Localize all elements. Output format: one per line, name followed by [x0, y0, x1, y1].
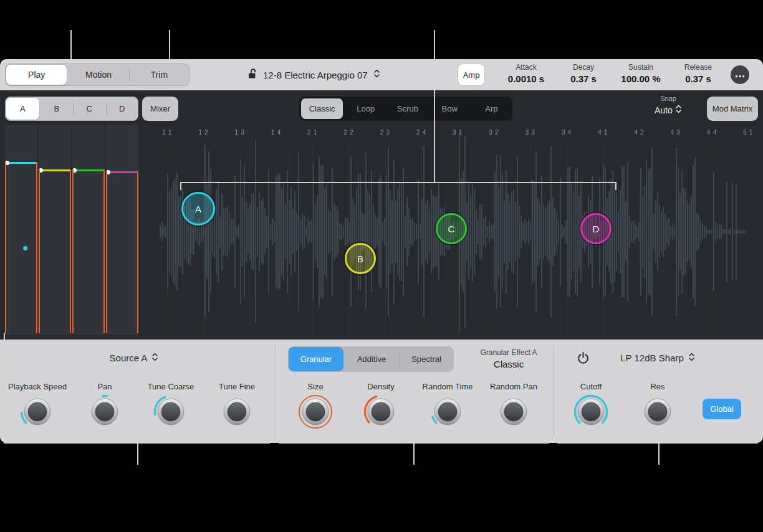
tab-additive[interactable]: Additive	[344, 346, 399, 372]
envelope-value: 100.00 %	[612, 74, 669, 84]
tab-source-c[interactable]: C	[73, 97, 106, 121]
filter-power-button[interactable]	[577, 351, 590, 365]
mixer-channel-b[interactable]	[39, 125, 71, 335]
tab-granular[interactable]: Granular	[289, 347, 343, 371]
mixer-channel-c[interactable]	[72, 125, 105, 335]
ruler-label: 1 2	[198, 128, 208, 136]
callout-bracket-tick	[413, 442, 415, 465]
view-mode-tabs: Play Motion Trim	[5, 64, 190, 86]
tab-play[interactable]: Play	[6, 65, 67, 85]
envelope-field-sustain[interactable]: Sustain 100.00 %	[612, 63, 669, 84]
more-button[interactable]	[731, 65, 749, 84]
mode-tab-loop[interactable]: Loop	[345, 97, 386, 121]
knob-label: Random Time	[414, 382, 481, 392]
knob-playback-speed[interactable]: Playback Speed	[4, 382, 71, 432]
global-button[interactable]: Global	[703, 399, 741, 419]
envelope-value: 0.0010 s	[497, 74, 555, 84]
mode-tab-arp[interactable]: Arp	[471, 97, 512, 121]
mod-matrix-button[interactable]: Mod Matrix	[707, 97, 758, 121]
chevron-updown-icon	[373, 69, 380, 81]
knob-pan[interactable]: Pan	[71, 382, 138, 432]
mode-tab-classic[interactable]: Classic	[301, 98, 343, 119]
knob[interactable]	[19, 394, 55, 430]
tab-motion[interactable]: Motion	[68, 64, 128, 86]
knob[interactable]	[573, 394, 609, 430]
lock-icon[interactable]	[247, 68, 257, 82]
snap-label: Snap	[646, 95, 691, 102]
knob-random-pan[interactable]: Random Pan	[480, 382, 547, 432]
envelope-value: 0.37 s	[555, 74, 612, 84]
mode-tab-bow[interactable]: Bow	[429, 97, 471, 121]
envelope-field-attack[interactable]: Attack 0.0010 s	[497, 63, 555, 84]
mixer-channel-d[interactable]	[106, 125, 138, 335]
channel-level-line[interactable]	[6, 162, 37, 164]
amp-button[interactable]: Amp	[458, 64, 484, 85]
source-title: Source A	[110, 353, 148, 363]
source-handle-a[interactable]: A	[181, 192, 215, 226]
ruler-label: 4 1	[598, 128, 608, 136]
knob-label: Density	[347, 382, 415, 392]
knob[interactable]	[363, 394, 399, 430]
source-tabs: A B C D	[5, 97, 138, 121]
knob-label: Size	[282, 382, 349, 392]
channel-rail	[39, 169, 40, 333]
channel-rail	[106, 171, 107, 333]
ruler-label: 2 2	[343, 128, 353, 136]
knob-tune-fine[interactable]: Tune Fine	[203, 382, 271, 432]
granular-effect-selector[interactable]: Granular Effect A Classic	[463, 348, 555, 369]
envelope-label: Decay	[555, 63, 612, 72]
envelope-label: Release	[669, 63, 727, 72]
knob-size[interactable]: Size	[282, 382, 349, 432]
knob-label: Tune Fine	[203, 382, 271, 392]
source-handle-d[interactable]: D	[580, 213, 612, 244]
playhead-dot	[23, 246, 27, 250]
knob[interactable]	[87, 394, 123, 430]
source-handle-b[interactable]: B	[345, 243, 376, 274]
play-mode-tabs: Classic Loop Scrub Bow Arp	[299, 97, 512, 121]
channel-level-line[interactable]	[107, 171, 138, 173]
ruler-label: 3 1	[453, 128, 463, 136]
panel-divider	[276, 344, 276, 438]
mixer-button[interactable]: Mixer	[142, 97, 178, 121]
filter-selector[interactable]: LP 12dB Sharp	[598, 352, 717, 364]
channel-level-line[interactable]	[39, 169, 70, 171]
bottom-panel: Source A Playback Speed Pan	[0, 340, 763, 443]
waveform-display[interactable]: 1 11 21 31 42 12 22 32 43 13 23 33 44 14…	[138, 125, 763, 340]
envelope-field-decay[interactable]: Decay 0.37 s	[555, 63, 612, 84]
knob[interactable]	[640, 394, 676, 430]
knob-res[interactable]: Res	[624, 382, 691, 432]
snap-control[interactable]: Snap Auto	[646, 95, 691, 116]
knob-density[interactable]: Density	[347, 382, 415, 432]
preset-selector[interactable]: 12-8 Electric Arpeggio 07	[247, 59, 380, 90]
top-toolbar: Play Motion Trim 12-8 Electric Arpeggio …	[0, 59, 763, 90]
envelope-controls: Attack 0.0010 s Decay 0.37 s Sustain 100…	[497, 63, 727, 84]
ruler-label: 2 1	[307, 128, 317, 136]
handle-label: B	[357, 254, 363, 264]
tab-source-b[interactable]: B	[41, 97, 74, 121]
knob[interactable]	[153, 394, 189, 430]
mixer-channel-a[interactable]	[5, 125, 37, 335]
channel-level-line[interactable]	[73, 169, 104, 171]
source-selector[interactable]: Source A	[69, 352, 199, 364]
tab-trim[interactable]: Trim	[129, 64, 190, 86]
source-handle-c[interactable]: C	[436, 213, 467, 244]
chevron-updown-icon	[688, 352, 695, 364]
knob[interactable]	[219, 394, 255, 430]
tab-spectral[interactable]: Spectral	[399, 346, 454, 372]
chevron-updown-icon	[151, 352, 158, 364]
knob[interactable]	[297, 394, 334, 430]
envelope-field-release[interactable]: Release 0.37 s	[669, 63, 727, 84]
effect-label: Granular Effect A	[463, 348, 555, 357]
knob[interactable]	[429, 394, 466, 430]
tab-source-a[interactable]: A	[6, 98, 39, 120]
mode-tab-scrub[interactable]: Scrub	[386, 97, 428, 121]
knob[interactable]	[496, 394, 532, 430]
screenshot-root: Play Motion Trim 12-8 Electric Arpeggio …	[0, 0, 763, 532]
knob-random-time[interactable]: Random Time	[414, 382, 481, 432]
tab-source-d[interactable]: D	[106, 97, 139, 121]
effect-value: Classic	[463, 359, 555, 369]
knob-cutoff[interactable]: Cutoff	[557, 382, 625, 432]
knob-tune-coarse[interactable]: Tune Coarse	[137, 382, 204, 432]
ruler-label: 3 2	[489, 128, 499, 136]
main-area: A B C D Mixer Classic Loop Scrub Bow Arp…	[0, 90, 763, 340]
